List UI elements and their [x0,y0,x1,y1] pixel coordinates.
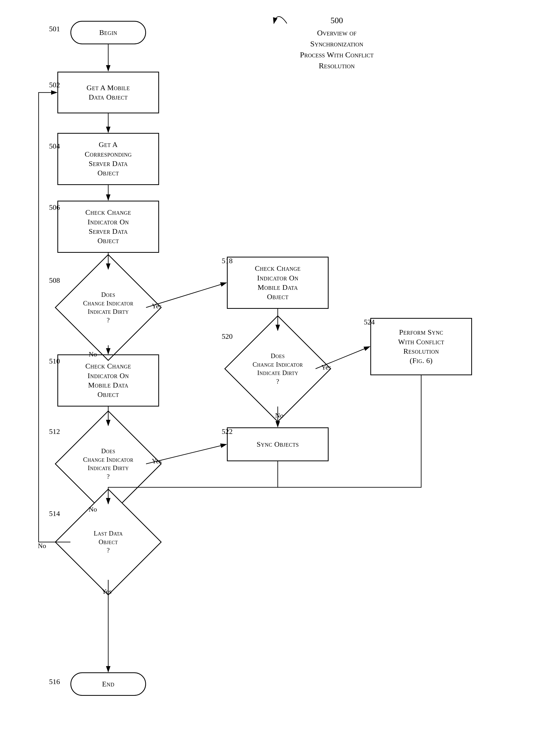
label-516: 516 [49,678,60,686]
title-block: 500 Overview of Synchronization Process … [300,15,374,71]
node-514: Last Data Object ? [55,489,162,596]
fig-number: 500 [300,15,374,25]
node-508: Does Change Indicator Indicate Dirty ? [55,254,162,361]
node-506: Check Change Indicator On Server Data Ob… [57,201,159,253]
node-520: Does Change Indicator Indicate Dirty ? [224,315,331,422]
node-516: End [70,672,146,696]
arrow-label-520-yes: Yes [321,364,331,371]
node-522: Sync Objects [227,427,328,461]
node-524: Perform Sync With Conflict Resolution (F… [370,318,472,375]
arrow-label-514-no: No [38,542,46,550]
diagram: 500 Overview of Synchronization Process … [0,0,556,756]
label-501: 501 [49,25,60,33]
fig-title: Overview of Synchronization Process With… [300,27,374,71]
label-514: 514 [49,509,60,518]
node-502: Get A Mobile Data Object [57,72,159,113]
node-518: Check Change Indicator On Mobile Data Ob… [227,257,328,309]
node-501: Begin [70,21,146,44]
arrow-label-508-no: No [89,350,97,358]
label-520: 520 [222,332,233,341]
node-510: Check Change Indicator On Mobile Data Ob… [57,354,159,407]
arrow-label-508-yes: Yes [152,302,162,310]
label-508: 508 [49,276,60,285]
arrow-label-520-no: No [275,412,283,420]
arrow-label-514-yes: Yes [102,588,112,596]
arrow-label-512-no: No [89,505,97,514]
arrow-label-512-yes: Yes [152,457,162,465]
label-512: 512 [49,427,60,436]
node-504: Get A Corresponding Server Data Object [57,133,159,185]
